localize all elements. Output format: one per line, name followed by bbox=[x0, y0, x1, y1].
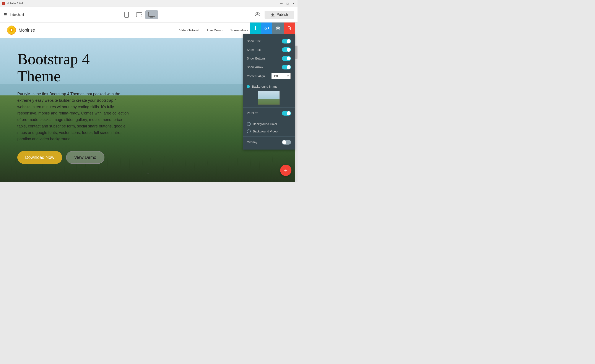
show-text-row: Show Text bbox=[243, 45, 295, 54]
desktop-view-button[interactable] bbox=[145, 10, 158, 19]
block-settings-button[interactable] bbox=[272, 22, 284, 34]
svg-rect-54 bbox=[288, 27, 290, 30]
show-text-label: Show Text bbox=[247, 48, 261, 52]
titlebar-left: M Mobirise 2.8.4 bbox=[2, 2, 23, 5]
hamburger-menu-button[interactable]: ☰ bbox=[3, 12, 7, 17]
titlebar: M Mobirise 2.8.4 ─ □ ✕ bbox=[0, 0, 298, 7]
show-title-row: Show Title bbox=[243, 37, 295, 45]
block-code-button[interactable] bbox=[261, 22, 272, 34]
minimize-button[interactable]: ─ bbox=[279, 1, 284, 6]
fab-add-button[interactable]: + bbox=[280, 165, 291, 176]
bg-video-radio[interactable] bbox=[247, 129, 251, 133]
site-brand: Mobirise bbox=[7, 26, 35, 35]
hero-title: Bootstrap 4 Theme bbox=[17, 51, 130, 85]
show-buttons-label: Show Buttons bbox=[247, 57, 265, 60]
show-arrow-label: Show Arrow bbox=[247, 65, 263, 69]
app-logo: M bbox=[2, 2, 5, 5]
app-title: Mobirise 2.8.4 bbox=[7, 2, 23, 5]
filename-label: index.html bbox=[10, 13, 24, 16]
main-area: Mobirise Video Tutorial Live Demo Screen… bbox=[0, 22, 298, 182]
bg-image-thumbnail bbox=[258, 91, 280, 105]
toggle-thumb bbox=[287, 48, 290, 52]
show-arrow-toggle[interactable] bbox=[282, 65, 291, 69]
close-button[interactable]: ✕ bbox=[291, 1, 296, 6]
show-text-toggle[interactable] bbox=[282, 47, 291, 52]
svg-point-15 bbox=[11, 29, 12, 31]
toolbar-left: ☰ index.html bbox=[3, 12, 24, 17]
device-switcher bbox=[120, 10, 158, 19]
toolbar-right: Publish bbox=[255, 11, 294, 19]
block-delete-button[interactable] bbox=[284, 22, 295, 34]
publish-label: Publish bbox=[277, 13, 288, 17]
bg-color-radio[interactable] bbox=[247, 122, 251, 126]
content-align-label: Content Align bbox=[247, 75, 265, 78]
toggle-thumb bbox=[287, 56, 290, 60]
toggle-thumb bbox=[287, 39, 290, 43]
toggle-thumb bbox=[287, 111, 290, 115]
svg-point-5 bbox=[141, 14, 142, 15]
show-title-toggle[interactable] bbox=[282, 39, 291, 43]
hero-content: Bootstrap 4 Theme PurityM is the first B… bbox=[0, 38, 147, 177]
view-demo-button[interactable]: View Demo bbox=[66, 151, 105, 164]
hero-buttons: Download Now View Demo bbox=[17, 151, 130, 164]
content-align-select[interactable]: left center right bbox=[271, 73, 291, 79]
toggle-thumb bbox=[287, 65, 290, 69]
bg-image-row: Background Image bbox=[243, 83, 295, 89]
svg-rect-58 bbox=[258, 99, 280, 105]
mobile-view-button[interactable] bbox=[120, 10, 133, 19]
download-now-button[interactable]: Download Now bbox=[17, 151, 62, 164]
svg-line-52 bbox=[266, 27, 267, 29]
block-move-button[interactable] bbox=[250, 22, 261, 34]
bg-image-label: Background Image bbox=[252, 85, 277, 88]
site-brand-name: Mobirise bbox=[19, 28, 35, 33]
svg-rect-3 bbox=[126, 17, 127, 17]
show-buttons-toggle[interactable] bbox=[282, 56, 291, 61]
parallax-toggle[interactable] bbox=[282, 111, 291, 116]
preview-button[interactable] bbox=[255, 12, 260, 18]
bg-video-row: Background Video bbox=[243, 128, 295, 135]
divider-4 bbox=[243, 136, 295, 137]
site-logo-icon bbox=[7, 26, 16, 35]
block-toolbar bbox=[250, 22, 295, 34]
overlay-toggle[interactable] bbox=[282, 140, 291, 144]
toggle-thumb bbox=[282, 140, 286, 144]
bg-color-row: Background Color bbox=[243, 120, 295, 128]
parallax-row: Parallax bbox=[243, 109, 295, 117]
svg-rect-6 bbox=[149, 12, 155, 16]
divider bbox=[243, 82, 295, 82]
parallax-label: Parallax bbox=[247, 111, 258, 115]
nav-link-demo[interactable]: Live Demo bbox=[207, 28, 223, 32]
content-align-row: Content Align left center right bbox=[243, 71, 295, 81]
overlay-row: Overlay bbox=[243, 138, 295, 146]
show-buttons-row: Show Buttons bbox=[243, 54, 295, 63]
tablet-view-button[interactable] bbox=[133, 10, 145, 19]
nav-link-screenshots[interactable]: Screenshots bbox=[230, 28, 248, 32]
app-toolbar: ☰ index.html Publish bbox=[0, 7, 298, 22]
bg-image-dot bbox=[247, 85, 250, 88]
bg-image-thumb-container[interactable] bbox=[243, 89, 295, 106]
svg-point-12 bbox=[257, 14, 258, 14]
nav-link-video[interactable]: Video Tutorial bbox=[179, 28, 199, 32]
scrollbar-thumb[interactable] bbox=[295, 46, 298, 59]
overlay-label: Overlay bbox=[247, 140, 257, 144]
bg-video-label: Background Video bbox=[253, 130, 277, 133]
maximize-button[interactable]: □ bbox=[285, 1, 290, 6]
scrollbar[interactable] bbox=[295, 45, 298, 182]
svg-point-53 bbox=[277, 27, 279, 29]
params-panel: eters Show Title Show Text Show Buttons … bbox=[243, 34, 295, 150]
show-title-label: Show Title bbox=[247, 39, 261, 43]
window-controls: ─ □ ✕ bbox=[279, 1, 296, 6]
svg-text:M: M bbox=[3, 3, 4, 5]
publish-button[interactable]: Publish bbox=[265, 11, 294, 19]
scroll-arrow[interactable]: ⌄ bbox=[146, 170, 149, 176]
divider-2 bbox=[243, 107, 295, 108]
hero-text: PurityM is the first Bootstrap 4 Themes … bbox=[17, 91, 130, 142]
bg-color-label: Background Color bbox=[253, 122, 277, 126]
show-arrow-row: Show Arrow bbox=[243, 63, 295, 71]
